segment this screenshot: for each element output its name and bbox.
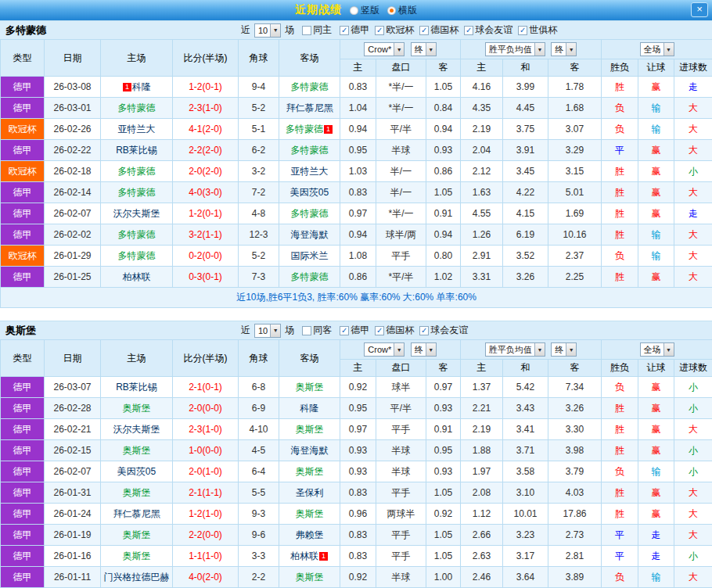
league-filter-checkbox[interactable]: ✓德甲	[340, 324, 369, 337]
result-goals: 大	[674, 419, 712, 440]
home-team-name[interactable]: 门兴格拉德巴赫	[104, 572, 170, 583]
corner-count: 9-4	[239, 77, 279, 98]
handicap-line: *半/一	[376, 98, 426, 119]
handicap-odds-away: 1.05	[426, 182, 461, 203]
home-team-cell: 奥斯堡	[101, 440, 173, 461]
europe-stage-select[interactable]: 终▼	[551, 42, 577, 56]
league-filter-checkbox[interactable]: ✓德国杯	[375, 324, 414, 337]
away-team-cell: 亚特兰大	[279, 161, 340, 182]
league-filter-checkbox[interactable]: ✓球会友谊	[419, 324, 468, 337]
europe-odds-select[interactable]: 胜平负均值▼	[485, 42, 545, 56]
away-team-name[interactable]: 海登海默	[291, 229, 329, 240]
league-filter-label: 德甲	[351, 23, 369, 37]
home-team-name[interactable]: 奥斯堡	[123, 487, 151, 498]
red-card-badge: 1	[324, 125, 333, 134]
near-label: 近	[241, 23, 250, 37]
odds-stage-select[interactable]: 终▼	[411, 342, 437, 357]
recent-count-select[interactable]: 10 ▼	[254, 23, 281, 38]
away-team-name[interactable]: 国际米兰	[291, 250, 329, 261]
league-filter-checkbox[interactable]: ✓欧冠杯	[375, 23, 414, 37]
home-team-name[interactable]: 多特蒙德	[118, 102, 156, 113]
away-team-name[interactable]: 多特蒙德	[291, 145, 329, 156]
match-row: 德甲26-02-28奥斯堡2-0(0-0)6-9科隆0.95平/半0.932.2…	[1, 398, 712, 419]
away-team-name[interactable]: 亚特兰大	[291, 166, 329, 177]
away-team-name[interactable]: 美因茨05	[290, 187, 329, 198]
home-team-name[interactable]: 奥斯堡	[123, 529, 151, 540]
result-wdl: 平	[602, 525, 638, 546]
home-team-name[interactable]: 沃尔夫斯堡	[113, 208, 160, 219]
away-team-name[interactable]: 拜仁慕尼黑	[286, 102, 333, 113]
corner-count: 4-8	[239, 203, 279, 224]
europe-odds-home: 2.19	[461, 119, 503, 140]
close-button[interactable]: ×	[691, 2, 708, 17]
league-filter-checkbox[interactable]: ✓球会友谊	[464, 23, 512, 37]
home-team-name[interactable]: 多特蒙德	[118, 187, 156, 198]
away-team-name[interactable]: 科隆	[300, 403, 319, 414]
away-team-name[interactable]: 多特蒙德	[291, 208, 329, 219]
home-team-name[interactable]: 柏林联	[123, 271, 151, 282]
odds-stage-value: 终	[415, 44, 423, 56]
league-filter-checkbox[interactable]: ✓世俱杯	[518, 23, 557, 37]
result-goals: 大	[674, 98, 712, 119]
match-scope-select[interactable]: 全场▼	[640, 42, 674, 56]
col-header-odds-away: 客	[426, 59, 461, 77]
away-team-name[interactable]: 多特蒙德	[286, 124, 323, 134]
match-date: 26-02-15	[45, 440, 101, 461]
result-goals: 大	[674, 246, 712, 267]
home-team-name[interactable]: RB莱比锡	[116, 145, 157, 156]
same-venue-checkbox[interactable]: 同主	[302, 23, 332, 37]
home-team-name[interactable]: 拜仁慕尼黑	[113, 508, 160, 519]
europe-odds-away: 3.07	[548, 119, 602, 140]
radio-vertical-label: 竖版	[361, 4, 379, 17]
odds-stage-select[interactable]: 终▼	[411, 42, 437, 56]
match-scope-select[interactable]: 全场▼	[640, 342, 674, 357]
home-team-name[interactable]: 科隆	[132, 81, 151, 92]
europe-odds-select[interactable]: 胜平负均值▼	[485, 342, 545, 357]
away-team-name[interactable]: 圣保利	[296, 487, 324, 498]
result-goals: 小	[674, 377, 712, 398]
home-team-name[interactable]: 多特蒙德	[118, 250, 156, 261]
away-team-name[interactable]: 弗赖堡	[296, 529, 324, 540]
away-team-name[interactable]: 海登海默	[291, 445, 329, 456]
europe-stage-select[interactable]: 终▼	[551, 342, 577, 357]
match-scope-value: 全场	[644, 344, 661, 356]
home-team-name[interactable]: 多特蒙德	[118, 166, 156, 177]
result-handicap: 赢	[638, 77, 674, 98]
home-team-name[interactable]: 奥斯堡	[123, 445, 151, 456]
same-venue-label: 同主	[313, 23, 332, 37]
away-team-name[interactable]: 奥斯堡	[296, 508, 324, 519]
result-wdl: 胜	[602, 77, 638, 98]
away-team-name[interactable]: 多特蒙德	[291, 271, 329, 282]
home-team-name[interactable]: 沃尔夫斯堡	[113, 424, 160, 435]
away-team-name[interactable]: 奥斯堡	[296, 424, 324, 435]
bookmaker-select-value: Crow*	[368, 345, 391, 354]
home-team-name[interactable]: RB莱比锡	[116, 382, 157, 393]
home-team-name[interactable]: 美因茨05	[117, 466, 156, 477]
result-goals: 大	[674, 267, 712, 288]
home-team-name[interactable]: 多特蒙德	[118, 229, 156, 240]
away-team-name[interactable]: 多特蒙德	[291, 81, 329, 92]
away-team-name[interactable]: 奥斯堡	[296, 572, 324, 583]
recent-count-select[interactable]: 10 ▼	[254, 324, 281, 338]
col-header-type: 类型	[1, 340, 45, 377]
layout-radio-vertical[interactable]: 竖版	[350, 4, 379, 17]
away-team-name[interactable]: 柏林联	[290, 550, 318, 561]
league-filter-checkbox[interactable]: ✓德甲	[340, 23, 369, 37]
handicap-odds-away: 1.05	[426, 77, 461, 98]
match-row: 德甲26-01-11门兴格拉德巴赫4-0(2-0)2-2奥斯堡0.92半球1.0…	[1, 567, 712, 588]
home-team-name[interactable]: 亚特兰大	[118, 124, 156, 134]
home-team-name[interactable]: 奥斯堡	[123, 403, 151, 414]
europe-odds-away: 2.37	[548, 246, 602, 267]
home-team-name[interactable]: 奥斯堡	[123, 550, 151, 561]
europe-odds-draw: 3.17	[503, 546, 548, 567]
bookmaker-select[interactable]: Crow*▼	[364, 342, 405, 357]
layout-radio-horizontal[interactable]: 横版	[387, 4, 417, 17]
title-group: 近期战绩 竖版 横版	[295, 3, 417, 17]
away-team-name[interactable]: 奥斯堡	[296, 466, 324, 477]
handicap-odds-home: 0.97	[340, 203, 376, 224]
away-team-name[interactable]: 奥斯堡	[296, 382, 324, 393]
result-goals: 大	[674, 119, 712, 140]
same-venue-checkbox[interactable]: 同客	[302, 324, 332, 337]
league-filter-checkbox[interactable]: ✓德国杯	[419, 23, 458, 37]
bookmaker-select[interactable]: Crow*▼	[364, 42, 405, 56]
